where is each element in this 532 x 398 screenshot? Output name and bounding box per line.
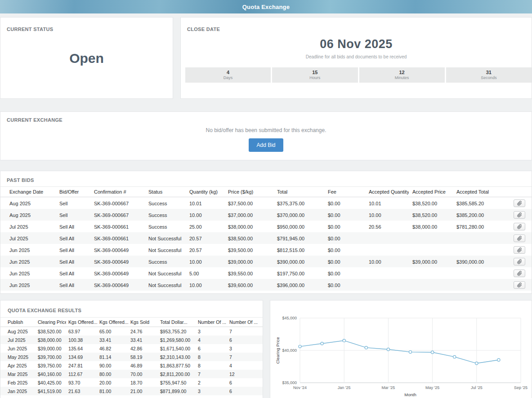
svg-text:May '25: May '25	[425, 385, 439, 390]
table-cell: Aug 2025	[0, 327, 36, 336]
current-status-card: CURRENT STATUS Open	[0, 17, 173, 99]
table-cell: $370,000.00	[273, 209, 324, 221]
table-cell	[453, 244, 502, 256]
table-cell: $1,671,540.00	[158, 344, 196, 353]
table-cell: 110.14	[97, 395, 128, 398]
table-row: Apr 2025$39,750.00247.8190.0046.89$1,863…	[0, 361, 263, 370]
svg-text:$40,000: $40,000	[282, 348, 297, 353]
table-cell: 46.89	[128, 361, 158, 370]
table-cell	[409, 244, 453, 256]
past-bids-title: PAST BIDS	[0, 171, 532, 183]
attachment-button[interactable]	[514, 223, 525, 230]
table-cell: 10.01	[186, 197, 224, 209]
table-cell: Not Successful	[145, 267, 186, 279]
table-row: Jun 2025$39,000.00135.6446.8242.86$1,671…	[0, 344, 263, 353]
table-cell: 80.00	[97, 370, 128, 378]
table-cell: SK-369-000667	[90, 197, 145, 209]
table-cell: Jun 2025	[0, 244, 56, 256]
table-cell: $0.00	[324, 221, 365, 232]
table-cell	[365, 279, 409, 291]
table-cell: $38,000.00	[36, 336, 66, 344]
attachment-button[interactable]	[514, 211, 525, 219]
attachment-button[interactable]	[514, 258, 525, 265]
attachment-button[interactable]	[514, 281, 525, 289]
svg-text:Nov '24: Nov '24	[293, 385, 307, 390]
column-header: Kgs Offered...	[66, 318, 97, 327]
paperclip-icon	[517, 236, 522, 241]
table-cell: 42.86	[128, 344, 158, 353]
attachment-button[interactable]	[514, 199, 525, 207]
add-bid-button[interactable]: Add Bid	[249, 138, 283, 152]
table-cell: 10.00	[186, 256, 224, 267]
table-cell: $39,550.00	[224, 267, 273, 279]
table-cell: $0.00	[324, 209, 365, 221]
table-cell: $38,520.00	[409, 197, 453, 209]
attachment-button[interactable]	[514, 270, 525, 277]
countdown-seconds-label: Seconds	[446, 75, 532, 80]
table-cell: Sell All	[56, 279, 90, 291]
close-date-title: CLOSE DATE	[181, 18, 532, 32]
table-cell: 24.76	[128, 327, 158, 336]
table-cell: $385,200.00	[453, 209, 502, 221]
past-bids-header-row: Exchange DateBid/OfferConfirmation #Stat…	[0, 187, 532, 197]
table-cell: Not Successful	[145, 279, 186, 291]
table-cell: 3	[227, 344, 263, 353]
table-cell: $396,000.00	[273, 279, 324, 291]
svg-text:$35,000: $35,000	[282, 380, 297, 385]
table-cell: 247.81	[66, 361, 97, 370]
table-row: Feb 2025$40,425.0093.7020.0018.70$755,94…	[0, 378, 263, 387]
table-cell: Success	[145, 197, 186, 209]
table-cell: 6	[227, 387, 263, 395]
countdown-seconds-value: 31	[446, 70, 532, 75]
table-row: Jul 2025$38,000.00100.3833.4133.41$1,269…	[0, 336, 263, 344]
column-header: Status	[145, 187, 186, 197]
countdown-hours-value: 15	[272, 70, 358, 75]
table-cell: 112.67	[66, 370, 97, 378]
table-cell: 65.00	[97, 327, 128, 336]
attachment-button[interactable]	[514, 234, 525, 242]
table-cell: $1,269,580.00	[158, 336, 196, 344]
table-cell: SK-369-000649	[90, 244, 145, 256]
column-header: Kgs Offered...	[97, 318, 128, 327]
results-title: QUOTA EXCHANGE RESULTS	[0, 301, 263, 313]
attachment-cell	[502, 267, 532, 279]
table-cell: 58.19	[128, 353, 158, 361]
column-header: Accepted Quantity	[365, 187, 409, 197]
svg-text:Month: Month	[404, 392, 416, 397]
table-cell: Dec 2024	[0, 395, 36, 398]
column-header: Total Dollar...	[158, 318, 196, 327]
table-cell: 33.41	[97, 336, 128, 344]
table-cell: $871,899.00	[158, 387, 196, 395]
table-cell: $0.00	[324, 232, 365, 244]
svg-text:Sep '25: Sep '25	[514, 385, 528, 390]
table-cell: 8	[196, 361, 227, 370]
close-date-value: 06 Nov 2025	[181, 37, 532, 51]
table-cell	[453, 267, 502, 279]
table-cell	[365, 244, 409, 256]
table-cell: 12	[227, 370, 263, 378]
column-header: Number Of ...	[227, 318, 263, 327]
table-cell: 100.38	[66, 336, 97, 344]
table-cell: $0.00	[324, 256, 365, 267]
table-cell: $39,000.00	[409, 256, 453, 267]
table-cell	[409, 232, 453, 244]
table-row: Jan 2025$41,519.0021.6381.0021.00$871,89…	[0, 387, 263, 395]
attachment-cell	[502, 256, 532, 267]
attachment-button[interactable]	[514, 246, 525, 254]
table-cell: Sell All	[56, 244, 90, 256]
table-cell: 5.00	[186, 267, 224, 279]
countdown-days-label: Days	[185, 75, 271, 80]
table-cell: 20.57	[186, 232, 224, 244]
column-header: Publish	[0, 318, 36, 327]
table-cell: 3	[196, 387, 227, 395]
table-cell: Apr 2025	[0, 361, 36, 370]
results-table: PublishClearing PriceKgs Offered...Kgs O…	[0, 317, 263, 398]
paperclip-icon	[517, 271, 522, 276]
table-cell: Jul 2025	[0, 336, 36, 344]
table-cell: 3	[196, 327, 227, 336]
table-cell: 20.00	[97, 378, 128, 387]
table-cell: Jul 2025	[0, 232, 56, 244]
table-row: Jun 2025Sell AllSK-369-000649Not Success…	[0, 244, 532, 256]
table-row: Dec 2024$41,055.0017.83110.147.83$321,46…	[0, 395, 263, 398]
table-cell: 4	[196, 336, 227, 344]
